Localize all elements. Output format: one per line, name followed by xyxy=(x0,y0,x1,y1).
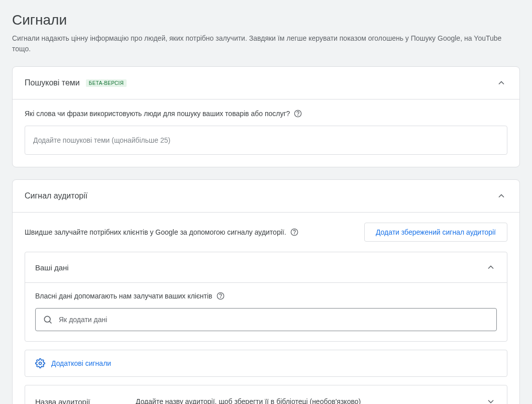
your-data-search-input[interactable] xyxy=(59,316,489,324)
your-data-body: Власні дані допомагають нам залучати ваш… xyxy=(25,282,507,341)
audience-signal-title: Сигнал аудиторії xyxy=(25,191,87,200)
your-data-card: Ваші дані Власні дані допомагають нам за… xyxy=(25,252,507,342)
svg-point-8 xyxy=(39,362,42,365)
additional-signals-label: Додаткові сигнали xyxy=(51,359,111,367)
your-data-search-wrap[interactable] xyxy=(35,308,497,331)
page-subtitle: Сигнали надають цінну інформацію про люд… xyxy=(12,33,520,54)
search-themes-header[interactable]: Пошукові теми БЕТА-ВЕРСІЯ xyxy=(13,67,519,99)
audience-description-wrap: Швидше залучайте потрібних клієнтів у Go… xyxy=(25,228,298,236)
your-data-header[interactable]: Ваші дані xyxy=(25,252,507,282)
help-icon[interactable] xyxy=(294,110,302,118)
audience-signal-header[interactable]: Сигнал аудиторії xyxy=(13,180,519,212)
svg-point-5 xyxy=(220,297,221,298)
search-themes-title: Пошукові теми xyxy=(25,78,80,87)
chevron-up-icon[interactable] xyxy=(495,77,507,89)
chevron-down-icon[interactable] xyxy=(485,395,497,404)
your-data-description: Власні дані допомагають нам залучати ваш… xyxy=(35,292,212,300)
search-themes-card: Пошукові теми БЕТА-ВЕРСІЯ Які слова чи ф… xyxy=(12,66,520,167)
gear-icon xyxy=(35,358,45,368)
beta-badge: БЕТА-ВЕРСІЯ xyxy=(86,79,127,87)
audience-description-row: Швидше залучайте потрібних клієнтів у Go… xyxy=(25,223,507,242)
your-data-title: Ваші дані xyxy=(35,263,69,272)
search-themes-question: Які слова чи фрази використовують люди д… xyxy=(25,110,290,118)
audience-signal-body: Швидше залучайте потрібних клієнтів у Go… xyxy=(13,212,519,404)
search-themes-input[interactable]: Додайте пошукові теми (щонайбільше 25) xyxy=(25,126,507,155)
svg-point-6 xyxy=(44,316,50,322)
chevron-up-icon[interactable] xyxy=(485,261,497,273)
svg-point-3 xyxy=(294,234,294,234)
audience-signal-card: Сигнал аудиторії Швидше залучайте потріб… xyxy=(12,179,520,404)
your-data-description-row: Власні дані допомагають нам залучати ваш… xyxy=(35,292,497,300)
search-themes-question-row: Які слова чи фрази використовують люди д… xyxy=(25,110,507,118)
chevron-up-icon[interactable] xyxy=(495,190,507,202)
add-saved-signal-button[interactable]: Додати збережений сигнал аудиторії xyxy=(364,223,507,242)
audience-description: Швидше залучайте потрібних клієнтів у Go… xyxy=(25,228,286,236)
search-themes-header-left: Пошукові теми БЕТА-ВЕРСІЯ xyxy=(25,78,127,87)
audience-name-placeholder: Додайте назву аудиторії, щоб зберегти її… xyxy=(136,397,485,404)
additional-signals-row[interactable]: Додаткові сигнали xyxy=(25,350,507,377)
audience-name-label: Назва аудиторії xyxy=(35,397,136,405)
audience-name-row[interactable]: Назва аудиторії Додайте назву аудиторії,… xyxy=(25,385,507,404)
svg-line-7 xyxy=(50,322,52,324)
svg-point-1 xyxy=(298,115,298,116)
page-title: Сигнали xyxy=(12,12,520,28)
search-icon xyxy=(43,315,53,325)
search-themes-body: Які слова чи фрази використовують люди д… xyxy=(13,99,519,167)
audience-signal-header-left: Сигнал аудиторії xyxy=(25,191,87,200)
help-icon[interactable] xyxy=(217,292,225,300)
help-icon[interactable] xyxy=(290,228,298,236)
